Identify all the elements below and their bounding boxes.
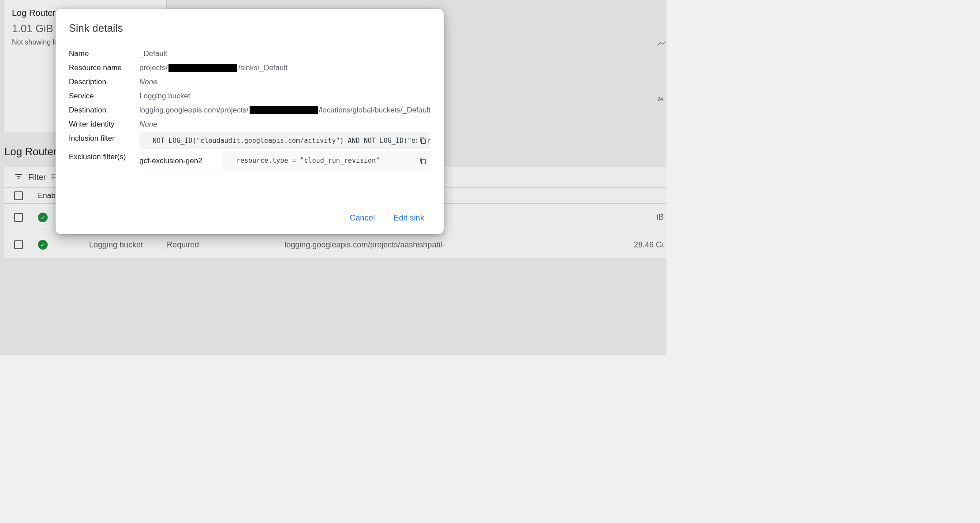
value-name: _Default [139,48,167,60]
copy-icon[interactable] [417,136,427,146]
label-service: Service [69,90,139,102]
inclusion-filter-code: NOT LOG_ID("cloudaudit.googleapis.com/ac… [139,132,430,149]
label-destination: Destination [69,104,139,116]
cancel-button[interactable]: Cancel [348,211,377,225]
label-exclusion: Exclusion filter(s) [69,151,139,163]
label-inclusion: Inclusion filter [69,132,139,149]
value-description: None [139,76,157,88]
value-service: Logging bucket [139,90,190,102]
redacted-text [168,64,237,72]
edit-sink-button[interactable]: Edit sink [392,211,426,225]
label-description: Description [69,76,139,88]
value-destination: logging.googleapis.com/projects//locatio… [139,104,430,116]
value-resource: projects//sinks/_Default [139,62,288,74]
redacted-text [250,106,318,114]
value-writer: None [139,118,157,131]
dialog-actions: Cancel Edit sink [69,211,430,225]
exclusion-name: gcf-exclusion-gen2 [139,151,223,171]
label-writer: Writer identity [69,118,139,131]
label-name: Name [69,48,139,60]
dialog-title: Sink details [69,22,430,34]
copy-icon[interactable] [417,156,427,166]
exclusion-filter-code: resource.type = "cloud_run_revision" [223,151,430,171]
sink-details-dialog: Sink details Name _Default Resource name… [56,9,444,234]
exclusion-filter-row: gcf-exclusion-gen2 resource.type = "clou… [139,151,430,171]
label-resource: Resource name [69,62,139,74]
